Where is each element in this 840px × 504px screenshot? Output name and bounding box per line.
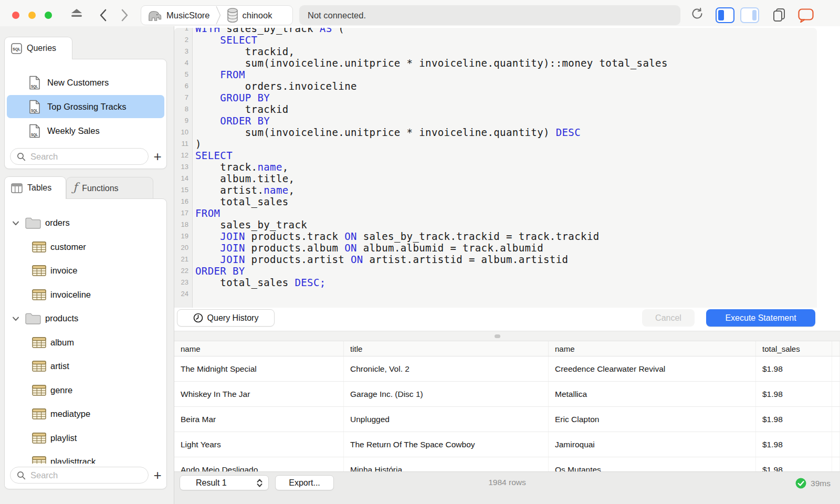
pane-drag-handle[interactable] [495, 334, 500, 338]
tree-table-row[interactable]: mediatype [5, 402, 166, 426]
tables-search-input[interactable] [29, 470, 136, 481]
table-cell[interactable]: Beira Mar [174, 407, 344, 432]
toggle-right-sidebar-button[interactable] [740, 7, 759, 23]
table-cell[interactable]: Unplugged [344, 407, 549, 432]
table-cell[interactable]: The Return Of The Space Cowboy [344, 432, 549, 457]
minimize-window-button[interactable] [28, 12, 36, 19]
code-line[interactable]: 13 track.name, [174, 161, 817, 173]
eject-icon[interactable] [70, 8, 83, 18]
table-cell[interactable]: $1.98 [756, 432, 832, 457]
tab-tables[interactable]: Tables [4, 176, 66, 199]
code-line[interactable]: 16 total_sales [174, 196, 817, 207]
chat-bubble-icon[interactable] [797, 7, 815, 23]
tree-table-row[interactable]: artist [5, 354, 166, 378]
code-line[interactable]: 5 FROM [174, 69, 817, 80]
table-cell[interactable]: Ando Meio Desligado [174, 457, 344, 471]
table-cell[interactable]: Chronicle, Vol. 2 [344, 356, 549, 381]
table-cell[interactable] [832, 432, 840, 457]
table-row[interactable]: The Midnight SpecialChronicle, Vol. 2Cre… [174, 356, 840, 382]
code-line[interactable]: 18 sales_by_track [174, 219, 817, 230]
back-button[interactable] [97, 8, 109, 23]
tree-table-row[interactable]: invoice [5, 259, 166, 282]
column-header[interactable]: name [174, 341, 344, 356]
table-cell[interactable]: Minha História [344, 457, 549, 471]
table-cell[interactable]: Creedence Clearwater Revival [549, 356, 756, 381]
table-cell[interactable]: $1.98 [756, 457, 832, 471]
table-cell[interactable]: Os Mutantes [549, 457, 756, 471]
column-header[interactable]: title [344, 341, 549, 356]
code-line[interactable]: 6 orders.invoiceline [174, 80, 817, 92]
tree-table-row[interactable]: album [5, 331, 166, 354]
table-cell[interactable] [832, 382, 840, 406]
tree-table-row[interactable]: playlist [5, 426, 166, 450]
column-header[interactable] [832, 341, 840, 356]
breadcrumb-database[interactable]: chinook [222, 6, 278, 25]
tree-folder-row[interactable]: products [5, 307, 166, 330]
code-line[interactable]: 9 ORDER BY [174, 115, 817, 127]
code-line[interactable]: 21 JOIN products.artist ON artist.artist… [174, 254, 817, 265]
code-line[interactable]: 19 JOIN products.track ON sales_by_track… [174, 230, 817, 242]
table-cell[interactable]: Eric Clapton [549, 407, 756, 432]
table-cell[interactable]: Light Years [174, 432, 344, 457]
code-line[interactable]: 2 SELECT [174, 34, 817, 46]
column-header[interactable]: name [549, 341, 756, 356]
queries-search-input-box[interactable] [10, 148, 149, 165]
query-history-button[interactable]: Query History [177, 309, 275, 327]
tab-queries[interactable]: SQL Queries [4, 37, 72, 59]
tree-folder-row[interactable]: orders [5, 211, 166, 235]
code-line[interactable]: 15 artist.name, [174, 184, 817, 196]
code-line[interactable]: 23 total_sales DESC; [174, 277, 817, 288]
pane-divider[interactable] [174, 331, 840, 341]
table-cell[interactable] [832, 356, 840, 381]
query-item[interactable]: SQLWeekly Sales [7, 119, 164, 142]
code-line[interactable]: 4 sum(invoiceline.unitprice * invoicelin… [174, 57, 817, 69]
code-line[interactable]: 24 [174, 288, 817, 300]
table-cell[interactable] [832, 407, 840, 432]
table-row[interactable]: Light YearsThe Return Of The Space Cowbo… [174, 432, 840, 457]
table-cell[interactable]: Whiskey In The Jar [174, 382, 344, 406]
code-line[interactable]: 1WITH sales_by_track AS ( [174, 28, 817, 34]
table-row[interactable]: Ando Meio DesligadoMinha HistóriaOs Muta… [174, 457, 840, 471]
tree-table-row[interactable]: invoiceline [5, 283, 166, 307]
query-item[interactable]: SQLNew Customers [7, 71, 164, 94]
add-table-button[interactable]: + [149, 467, 166, 484]
column-header[interactable]: total_sales [756, 341, 832, 356]
toggle-left-sidebar-button[interactable] [716, 7, 734, 23]
refresh-icon[interactable] [690, 8, 705, 19]
windows-overlap-icon[interactable] [771, 7, 788, 23]
table-cell[interactable]: Metallica [549, 382, 756, 406]
queries-search-input[interactable] [29, 151, 136, 162]
code-line[interactable]: 14 album.title, [174, 173, 817, 184]
code-line[interactable]: 8 trackid [174, 103, 817, 115]
cancel-button[interactable]: Cancel [642, 309, 695, 327]
sql-editor[interactable]: 1WITH sales_by_track AS (2 SELECT3 track… [174, 28, 817, 308]
close-window-button[interactable] [12, 12, 19, 19]
forward-button[interactable] [119, 8, 130, 23]
code-line[interactable]: 22ORDER BY [174, 265, 817, 277]
table-cell[interactable]: The Midnight Special [174, 356, 344, 381]
table-cell[interactable]: Garage Inc. (Disc 1) [344, 382, 549, 406]
code-line[interactable]: 7 GROUP BY [174, 92, 817, 103]
table-cell[interactable]: Jamiroquai [549, 432, 756, 457]
tree-table-row[interactable]: genre [5, 379, 166, 402]
tab-functions[interactable]: ƒ Functions [66, 177, 153, 199]
table-cell[interactable] [832, 457, 840, 471]
table-row[interactable]: Whiskey In The JarGarage Inc. (Disc 1)Me… [174, 382, 840, 407]
add-query-button[interactable]: + [149, 148, 166, 165]
chevron-down-icon[interactable] [12, 316, 19, 322]
tables-search-input-box[interactable] [10, 467, 149, 484]
code-line[interactable]: 17FROM [174, 207, 817, 219]
code-line[interactable]: 12SELECT [174, 150, 817, 161]
table-cell[interactable]: $1.98 [756, 382, 832, 406]
sql-code[interactable]: 1WITH sales_by_track AS (2 SELECT3 track… [174, 28, 817, 300]
code-line[interactable]: 20 JOIN products.album ON album.albumid … [174, 242, 817, 254]
code-line[interactable]: 11) [174, 138, 817, 150]
chevron-down-icon[interactable] [12, 220, 19, 226]
execute-statement-button[interactable]: Execute Statement [706, 309, 815, 327]
tree-table-row[interactable]: customer [5, 235, 166, 259]
table-cell[interactable]: $1.98 [756, 407, 832, 432]
code-line[interactable]: 3 trackid, [174, 46, 817, 57]
zoom-window-button[interactable] [45, 12, 52, 19]
code-line[interactable]: 10 sum(invoiceline.unitprice * invoiceli… [174, 127, 817, 138]
query-item[interactable]: SQLTop Grossing Tracks [7, 95, 164, 118]
